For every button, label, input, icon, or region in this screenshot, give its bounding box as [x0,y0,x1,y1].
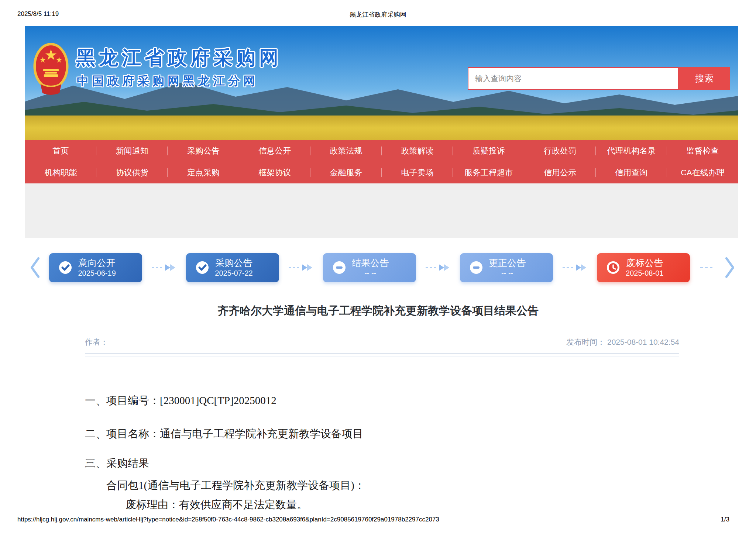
nav-row-1: 首页 新闻通知 采购公告 信息公开 政策法规 政策解读 质疑投诉 行政处罚 代理… [25,140,738,162]
paragraph-cancellation-reason: 废标理由：有效供应商不足法定数量。 [85,497,683,511]
timeline-step-intention-disclosure[interactable]: 意向公开 2025-06-19 [49,253,142,282]
nav-item-credit-publicity[interactable]: 信用公示 [524,167,595,178]
nav-item-agency-directory[interactable]: 代理机构名录 [596,145,667,156]
nav-item-policy-interpretation[interactable]: 政策解读 [382,145,453,156]
site-banner: 黑龙江省政府采购网 中国政府采购网黑龙江分网 搜索 [25,26,738,140]
step-label: 意向公开 [79,257,116,268]
chevron-left-icon[interactable] [30,257,41,278]
print-page-number: 1/3 [721,516,729,523]
timeline-step-correction-announcement[interactable]: 更正公告 -- -- [460,253,553,282]
nav-item-news-notice[interactable]: 新闻通知 [96,145,168,156]
site-subtitle: 中国政府采购网黑龙江分网 [77,73,258,89]
paragraph-contract-package: 合同包1(通信与电子工程学院补充更新教学设备项目)： [85,478,683,492]
check-circle-icon [59,261,72,274]
nav-item-procurement-announcement[interactable]: 采购公告 [168,145,239,156]
nav-item-agreement-supply[interactable]: 协议供货 [96,167,168,178]
article-title: 齐齐哈尔大学通信与电子工程学院补充更新教学设备项目结果公告 [0,303,756,318]
print-source-url: https://hljcg.hlj.gov.cn/maincms-web/art… [17,516,439,523]
minus-circle-icon [333,261,346,274]
timeline-step-result-announcement[interactable]: 结果公告 -- -- [323,253,416,282]
minus-circle-icon [470,261,483,274]
nav-item-info-disclosure[interactable]: 信息公开 [239,145,310,156]
site-title: 黑龙江省政府采购网 [76,45,282,71]
dash-connector-icon [699,263,716,272]
nav-row-2: 机构职能 协议供货 定点采购 框架协议 金融服务 电子卖场 服务工程超市 信用公… [25,162,738,183]
nav-item-query-complaint[interactable]: 质疑投诉 [453,145,524,156]
arrow-connector-icon [562,263,588,272]
national-emblem-logo[interactable] [33,41,69,96]
paragraph-project-name: 二、项目名称：通信与电子工程学院补充更新教学设备项目 [85,427,683,441]
nav-item-ca-online[interactable]: CA在线办理 [667,167,738,178]
step-date: -- -- [364,268,376,278]
search-input[interactable] [468,67,678,90]
step-label: 更正公告 [489,257,526,268]
search-button[interactable]: 搜索 [678,67,730,90]
nav-item-service-project-mall[interactable]: 服务工程超市 [453,167,524,178]
nav-item-designated-procurement[interactable]: 定点采购 [168,167,239,178]
timeline-step-procurement-announcement[interactable]: 采购公告 2025-07-22 [186,253,279,282]
arrow-connector-icon [288,263,315,272]
nav-item-org-functions[interactable]: 机构职能 [25,167,96,178]
print-page-title: 黑龙江省政府采购网 [0,10,756,19]
nav-item-administrative-penalty[interactable]: 行政处罚 [524,145,595,156]
nav-item-home[interactable]: 首页 [25,145,96,156]
step-label: 结果公告 [352,257,389,268]
paragraph-procurement-result-heading: 三、采购结果 [85,456,683,470]
step-date: -- -- [501,268,513,278]
paragraph-project-number: 一、项目编号：[230001]QC[TP]20250012 [85,393,683,407]
timeline-step-cancellation-announcement[interactable]: 废标公告 2025-08-01 [597,253,690,282]
nav-item-e-marketplace[interactable]: 电子卖场 [382,167,453,178]
nav-item-framework-agreement[interactable]: 框架协议 [239,167,310,178]
nav-item-credit-query[interactable]: 信用查询 [596,167,667,178]
banner-spacer [25,183,738,238]
step-date: 2025-06-19 [78,268,116,278]
print-preview-page: 2025/8/5 11:19 黑龙江省政府采购网 [0,0,756,534]
step-label: 废标公告 [626,257,663,268]
meta-divider [85,353,679,356]
step-date: 2025-07-22 [215,268,252,278]
publish-time: 发布时间： 2025-08-01 10:42:54 [566,337,679,347]
nav-item-supervision-inspection[interactable]: 监督检查 [667,145,738,156]
chevron-right-icon[interactable] [724,257,735,278]
nav-item-financial-services[interactable]: 金融服务 [310,167,382,178]
arrow-connector-icon [425,263,451,272]
article-meta: 作者： 发布时间： 2025-08-01 10:42:54 [85,337,679,347]
arrow-connector-icon [151,263,178,272]
nav-item-policy-regulations[interactable]: 政策法规 [310,145,382,156]
author-label: 作者： [85,337,108,347]
clock-icon [606,261,620,274]
article-body: 一、项目编号：[230001]QC[TP]20250012 二、项目名称：通信与… [85,391,683,511]
step-label: 采购公告 [216,257,252,268]
main-navigation: 首页 新闻通知 采购公告 信息公开 政策法规 政策解读 质疑投诉 行政处罚 代理… [25,140,738,183]
step-date: 2025-08-01 [626,268,663,278]
procurement-timeline: 意向公开 2025-06-19 采购公告 2025-07-22 [30,251,735,284]
check-circle-icon [196,261,209,274]
